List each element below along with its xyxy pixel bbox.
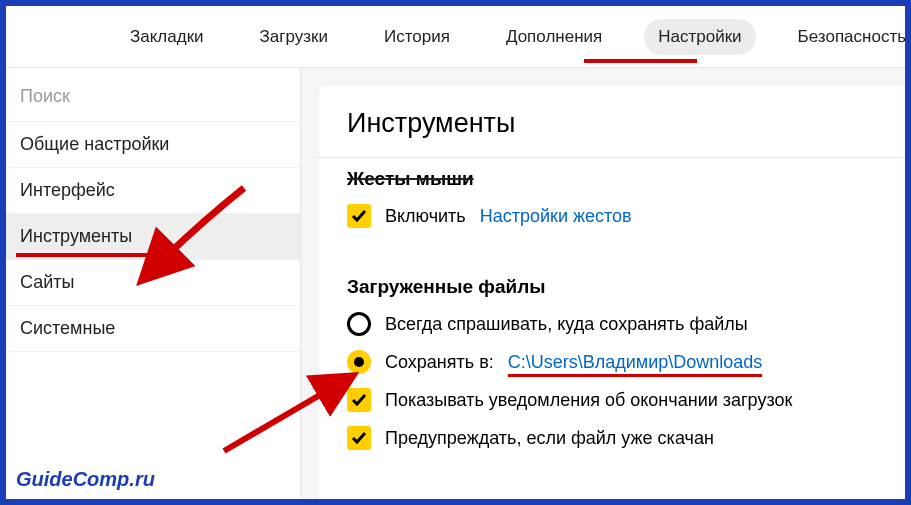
annotation-underline (508, 374, 763, 377)
save-to-path-text: C:\Users\Владимир\Downloads (508, 352, 763, 372)
sidebar-item-tools[interactable]: Инструменты (6, 214, 300, 260)
check-icon (351, 392, 367, 408)
radio-always-ask[interactable] (347, 312, 371, 336)
top-tabs: Закладки Загрузки История Дополнения Нас… (6, 6, 905, 68)
sidebar: Общие настройки Интерфейс Инструменты Са… (6, 68, 301, 499)
tab-history[interactable]: История (370, 19, 464, 55)
watermark: GuideComp.ru (16, 468, 155, 491)
sidebar-item-interface[interactable]: Интерфейс (6, 168, 300, 214)
sidebar-item-system[interactable]: Системные (6, 306, 300, 352)
save-to-path-link[interactable]: C:\Users\Владимир\Downloads (508, 352, 763, 373)
show-notifications-label: Показывать уведомления об окончании загр… (385, 390, 792, 411)
sidebar-search (6, 68, 300, 122)
section-downloads-title: Загруженные файлы (347, 276, 877, 298)
sidebar-item-label: Инструменты (20, 226, 132, 246)
save-to-label: Сохранять в: (385, 352, 494, 373)
warn-downloaded-label: Предупреждать, если файл уже скачан (385, 428, 714, 449)
main-panel: Инструменты Жесты мыши Включить Настройк… (319, 86, 905, 499)
checkbox-enable-gestures[interactable] (347, 204, 371, 228)
checkbox-show-notifications[interactable] (347, 388, 371, 412)
section-mouse-gestures-title: Жесты мыши (347, 168, 877, 190)
annotation-underline (584, 59, 697, 63)
checkbox-warn-downloaded[interactable] (347, 426, 371, 450)
page-title: Инструменты (347, 108, 877, 139)
always-ask-label: Всегда спрашивать, куда сохранять файлы (385, 314, 748, 335)
search-input[interactable] (20, 86, 286, 107)
check-icon (351, 430, 367, 446)
check-icon (351, 208, 367, 224)
tab-bookmarks[interactable]: Закладки (116, 19, 218, 55)
tab-downloads[interactable]: Загрузки (246, 19, 342, 55)
tab-settings[interactable]: Настройки (644, 19, 755, 55)
gesture-settings-link[interactable]: Настройки жестов (480, 206, 632, 227)
radio-save-to[interactable] (347, 350, 371, 374)
sidebar-item-general[interactable]: Общие настройки (6, 122, 300, 168)
tab-addons[interactable]: Дополнения (492, 19, 616, 55)
sidebar-item-sites[interactable]: Сайты (6, 260, 300, 306)
divider (319, 157, 905, 158)
enable-gestures-label: Включить (385, 206, 466, 227)
annotation-underline (16, 253, 160, 257)
tab-security[interactable]: Безопасность (784, 19, 911, 55)
